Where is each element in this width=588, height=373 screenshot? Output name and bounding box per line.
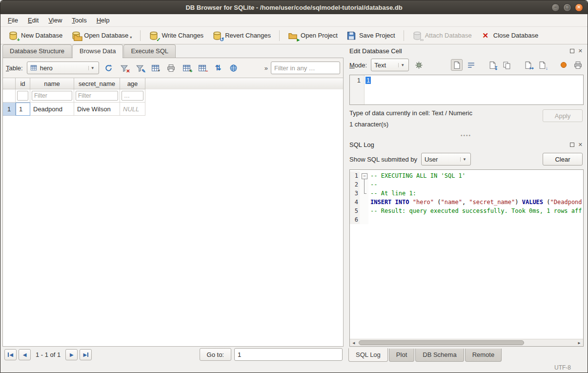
main-tabbar: Database Structure Browse Data Execute S… bbox=[0, 44, 345, 58]
browse-data-panel: Table: hero ▼ ✕ ✎ ▾ +▾ − ⇅ bbox=[2, 58, 344, 347]
column-header-id[interactable]: id bbox=[16, 78, 30, 89]
jump-to-cell-button[interactable] bbox=[228, 62, 240, 74]
filter-input-age[interactable] bbox=[122, 91, 143, 101]
tab-browse-data[interactable]: Browse Data bbox=[72, 44, 123, 58]
scroll-left-icon[interactable]: ◀ bbox=[350, 341, 358, 345]
sql-log-editor[interactable]: 1 -- EXECUTING ALL IN 'SQL 1' 2 -- 3 -- … bbox=[349, 169, 584, 347]
dock-close-icon[interactable]: ✕ bbox=[578, 48, 583, 54]
print-cell-button[interactable] bbox=[572, 59, 584, 71]
dock-float-icon[interactable] bbox=[570, 143, 574, 147]
dock-float-icon[interactable] bbox=[570, 49, 574, 53]
last-record-button[interactable]: ▶ bbox=[80, 349, 92, 360]
cell-age[interactable]: NULL bbox=[120, 103, 145, 116]
cell-secret-name[interactable]: Dive Wilson bbox=[74, 103, 120, 116]
write-changes-icon: ✓ bbox=[149, 31, 159, 41]
close-button[interactable]: ✕ bbox=[575, 3, 583, 12]
tab-database-structure[interactable]: Database Structure bbox=[2, 44, 72, 58]
new-database-button[interactable]: + New Database bbox=[4, 29, 66, 42]
filter-any-column-input[interactable] bbox=[271, 62, 340, 74]
refresh-button[interactable] bbox=[103, 62, 115, 74]
dock-splitter-handle[interactable] bbox=[347, 132, 585, 138]
tab-sql-log[interactable]: SQL Log bbox=[348, 348, 388, 362]
import-cell-button[interactable]: ↧ bbox=[487, 59, 498, 71]
minimize-button[interactable]: − bbox=[551, 3, 560, 12]
column-header-age[interactable]: age bbox=[120, 78, 145, 89]
open-database-button[interactable]: Open Database ▾ bbox=[67, 29, 136, 42]
scrollbar-track[interactable] bbox=[358, 339, 575, 347]
scroll-right-icon[interactable]: ▶ bbox=[575, 341, 583, 345]
edit-filters-button[interactable]: ✎ bbox=[134, 62, 146, 74]
open-database-dropdown-icon[interactable]: ▾ bbox=[130, 35, 132, 40]
toolbar-overflow-icon[interactable]: » bbox=[264, 64, 268, 72]
next-record-button[interactable]: ▶ bbox=[65, 349, 78, 360]
menu-view[interactable]: View bbox=[44, 15, 66, 25]
menu-file[interactable]: File bbox=[3, 15, 22, 25]
save-project-button[interactable]: Save Project bbox=[343, 29, 399, 42]
edit-cell-dock-title: Edit Database Cell ✕ bbox=[347, 44, 585, 56]
fold-marker-icon[interactable] bbox=[360, 171, 368, 180]
menu-help[interactable]: Help bbox=[92, 15, 114, 25]
cell-name[interactable]: Deadpond bbox=[30, 103, 74, 116]
tab-db-schema[interactable]: DB Schema bbox=[415, 349, 464, 362]
save-table-button[interactable]: ▾ bbox=[150, 62, 162, 74]
sort-records-button[interactable]: ⇅ bbox=[212, 62, 224, 74]
print-button[interactable] bbox=[165, 62, 177, 74]
sort-icon: ⇅ bbox=[215, 63, 221, 72]
save-cell-button[interactable]: ↓ bbox=[536, 59, 548, 71]
insert-record-button[interactable]: +▾ bbox=[181, 62, 193, 74]
cell-value: 1 bbox=[365, 77, 371, 84]
goto-input[interactable] bbox=[234, 348, 343, 361]
cell-editor[interactable]: 1 1 bbox=[349, 75, 584, 105]
mode-select[interactable]: Text ▼ bbox=[371, 59, 409, 71]
maximize-button[interactable]: ▢ bbox=[563, 3, 571, 12]
table-icon bbox=[30, 64, 37, 71]
tab-execute-sql[interactable]: Execute SQL bbox=[123, 44, 176, 58]
write-changes-button[interactable]: ✓ Write Changes bbox=[145, 29, 207, 42]
table-select[interactable]: hero ▼ bbox=[27, 62, 99, 74]
auto-format-button[interactable] bbox=[413, 59, 425, 71]
save-project-icon bbox=[346, 31, 356, 41]
record-pager: ◀ ◀ 1 - 1 of 1 ▶ ▶ Go to: bbox=[0, 347, 345, 362]
menu-edit[interactable]: Edit bbox=[23, 15, 43, 25]
sql-source-select[interactable]: User ▼ bbox=[421, 153, 471, 166]
previous-record-button[interactable]: ◀ bbox=[19, 349, 31, 360]
log-line: 6 bbox=[350, 215, 583, 224]
cell-id[interactable]: 1 bbox=[16, 103, 30, 116]
copy-cell-button[interactable] bbox=[501, 59, 512, 71]
word-wrap-button[interactable] bbox=[465, 59, 477, 71]
text-view-button[interactable] bbox=[451, 59, 463, 71]
window-title: DB Browser for SQLite - /home/user/code/… bbox=[0, 4, 588, 11]
goto-button[interactable]: Go to: bbox=[200, 348, 231, 361]
delete-record-button[interactable]: − bbox=[197, 62, 208, 74]
open-project-button[interactable]: ▸ Open Project bbox=[284, 29, 342, 42]
filter-input-name[interactable] bbox=[32, 91, 72, 101]
data-grid[interactable]: id name secret_name age bbox=[3, 78, 343, 346]
filter-input-secret-name[interactable] bbox=[76, 91, 118, 101]
scrollbar-thumb[interactable] bbox=[359, 340, 524, 345]
tab-remote[interactable]: Remote bbox=[465, 349, 502, 362]
export-cell-button[interactable]: ↦ bbox=[522, 59, 534, 71]
horizontal-scrollbar[interactable]: ◀ ▶ bbox=[350, 339, 583, 346]
grid-corner[interactable] bbox=[3, 78, 16, 89]
apply-button: Apply bbox=[543, 109, 583, 122]
chevron-down-icon[interactable]: ▾ bbox=[158, 68, 160, 73]
show-sql-label: Show SQL submitted by bbox=[349, 156, 417, 163]
set-null-button[interactable] bbox=[558, 59, 569, 71]
column-header-name[interactable]: name bbox=[30, 78, 74, 89]
titlebar[interactable]: DB Browser for SQLite - /home/user/code/… bbox=[0, 0, 588, 14]
refresh-icon bbox=[104, 64, 113, 72]
menu-tools[interactable]: Tools bbox=[67, 15, 91, 25]
first-record-button[interactable]: ◀ bbox=[4, 349, 17, 360]
toolbar-separator bbox=[404, 30, 404, 41]
filter-input-id[interactable] bbox=[17, 91, 28, 101]
encoding-indicator[interactable]: UTF-8 bbox=[554, 364, 571, 371]
revert-changes-button[interactable]: ↺ Revert Changes bbox=[208, 29, 275, 42]
close-database-button[interactable]: ✕ Close Database bbox=[477, 29, 543, 42]
cell-editor-body[interactable]: 1 bbox=[365, 75, 583, 104]
dock-close-icon[interactable]: ✕ bbox=[578, 142, 583, 147]
clear-log-button[interactable]: Clear bbox=[543, 153, 583, 166]
column-header-secret-name[interactable]: secret_name bbox=[74, 78, 120, 89]
row-header[interactable]: 1 bbox=[3, 103, 16, 116]
clear-filters-button[interactable]: ✕ bbox=[119, 62, 130, 74]
tab-plot[interactable]: Plot bbox=[389, 349, 414, 362]
